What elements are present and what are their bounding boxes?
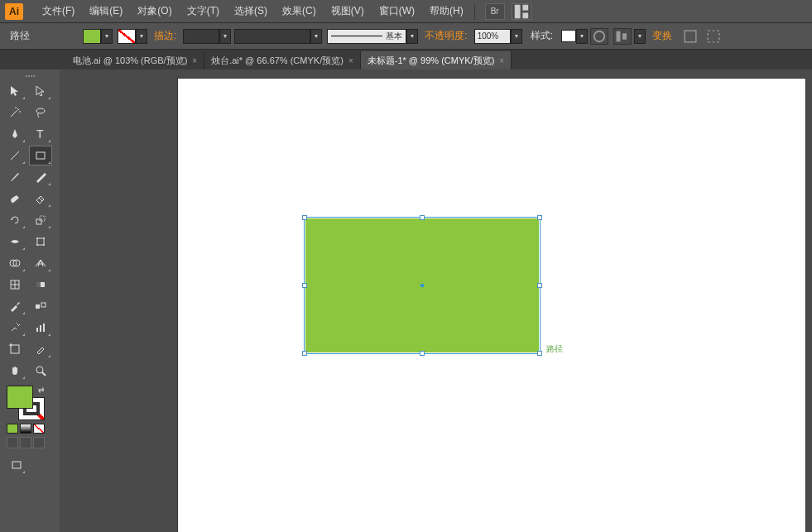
free-transform-tool[interactable] [29, 232, 52, 252]
fill-swatch[interactable] [83, 29, 101, 44]
symbol-sprayer-tool[interactable] [3, 318, 26, 338]
svg-rect-5 [622, 33, 627, 40]
scale-tool[interactable] [29, 210, 52, 230]
menu-edit[interactable]: 编辑(E) [82, 4, 130, 18]
svg-rect-27 [36, 304, 40, 309]
gradient-tool[interactable] [29, 275, 52, 295]
svg-rect-30 [40, 325, 41, 332]
divider [474, 3, 475, 20]
pencil-tool[interactable] [29, 167, 52, 187]
swap-fill-stroke-icon[interactable]: ⇄ [38, 386, 45, 394]
opacity-input[interactable] [474, 29, 511, 44]
color-mode-none[interactable] [33, 424, 45, 434]
blob-brush-tool[interactable] [3, 189, 26, 208]
eraser-tool[interactable] [29, 189, 52, 208]
perspective-grid-tool[interactable] [29, 253, 52, 273]
magic-wand-tool[interactable] [3, 103, 26, 122]
hand-tool[interactable] [3, 361, 26, 381]
resize-handle-ml[interactable] [302, 283, 307, 288]
resize-handle-tl[interactable] [302, 215, 307, 220]
screen-mode-button[interactable] [7, 455, 26, 475]
opacity-label[interactable]: 不透明度: [425, 29, 467, 43]
bridge-button[interactable]: Br [485, 3, 505, 20]
close-icon[interactable]: × [499, 56, 504, 65]
type-tool[interactable]: T [29, 124, 52, 144]
column-graph-tool[interactable] [29, 318, 52, 338]
close-icon[interactable]: × [348, 56, 353, 65]
brush-dropdown[interactable]: ▾ [406, 29, 418, 44]
tools-panel: T [0, 69, 60, 532]
artboard-tool[interactable] [3, 339, 26, 359]
stroke-weight-dropdown[interactable]: ▾ [219, 29, 231, 44]
resize-handle-mr[interactable] [537, 283, 542, 288]
fill-dropdown[interactable]: ▾ [101, 29, 113, 44]
color-mode-gradient[interactable] [20, 424, 31, 434]
arrange-button[interactable] [512, 3, 531, 20]
zoom-tool[interactable] [29, 361, 52, 381]
stroke-style-select[interactable] [234, 29, 310, 44]
stroke-weight-input[interactable] [183, 29, 219, 44]
svg-rect-0 [514, 4, 520, 18]
align-dropdown[interactable]: ▾ [634, 29, 646, 44]
align-button[interactable] [613, 28, 632, 45]
canvas-area[interactable]: 路径 [60, 69, 812, 532]
selection-bounds: 路径 [304, 217, 541, 354]
stroke-style-dropdown[interactable]: ▾ [310, 29, 322, 44]
artboard[interactable]: 路径 [177, 78, 806, 532]
shape-builder-tool[interactable] [3, 253, 26, 273]
rectangle-tool[interactable] [29, 146, 52, 165]
menu-window[interactable]: 窗口(W) [372, 4, 422, 18]
draw-inside[interactable] [33, 437, 45, 448]
eyedropper-tool[interactable] [3, 296, 26, 316]
close-icon[interactable]: × [192, 56, 197, 65]
style-dropdown[interactable]: ▾ [576, 29, 588, 44]
fill-color-box[interactable] [7, 386, 33, 409]
resize-handle-bl[interactable] [302, 351, 307, 356]
resize-handle-tr[interactable] [537, 215, 542, 220]
menu-view[interactable]: 视图(V) [324, 4, 372, 18]
draw-behind[interactable] [20, 437, 31, 448]
center-point[interactable] [420, 284, 424, 287]
resize-handle-bc[interactable] [420, 351, 425, 356]
stroke-label[interactable]: 描边: [154, 29, 176, 43]
edit-button[interactable] [704, 28, 723, 45]
opacity-dropdown[interactable]: ▾ [511, 29, 522, 44]
lasso-tool[interactable] [29, 103, 52, 122]
color-mode-color[interactable] [7, 424, 18, 434]
width-tool[interactable] [3, 232, 26, 252]
svg-point-17 [43, 237, 45, 239]
resize-handle-tc[interactable] [420, 215, 425, 220]
stroke-swatch[interactable] [118, 29, 136, 44]
svg-rect-14 [40, 216, 45, 221]
rotate-tool[interactable] [3, 210, 26, 230]
fill-stroke-indicator[interactable]: ⇄ [7, 386, 45, 420]
document-tab[interactable]: 未标题-1* @ 99% (CMYK/预览) × [361, 51, 512, 69]
selection-tool[interactable] [3, 81, 26, 101]
pen-tool[interactable] [3, 124, 26, 144]
svg-line-12 [39, 198, 42, 201]
menu-type[interactable]: 文字(T) [180, 4, 227, 18]
brush-label: 基本 [386, 31, 402, 42]
graphic-style-swatch[interactable] [561, 30, 576, 42]
recolor-button[interactable] [590, 28, 608, 45]
menu-help[interactable]: 帮助(H) [422, 4, 471, 18]
menu-file[interactable]: 文件(F) [35, 4, 82, 18]
mesh-tool[interactable] [3, 275, 26, 295]
document-tab[interactable]: 电池.ai @ 103% (RGB/预览) × [66, 51, 204, 69]
menu-effect[interactable]: 效果(C) [275, 4, 324, 18]
menu-object[interactable]: 对象(O) [130, 4, 179, 18]
document-tab[interactable]: 烛台.ai* @ 66.67% (CMYK/预览) × [204, 51, 361, 69]
menu-select[interactable]: 选择(S) [227, 4, 275, 18]
slice-tool[interactable] [29, 339, 52, 359]
direct-selection-tool[interactable] [29, 81, 52, 101]
paintbrush-tool[interactable] [3, 167, 26, 187]
panel-grip[interactable] [0, 73, 60, 79]
resize-handle-br[interactable] [537, 351, 542, 356]
line-tool[interactable] [3, 146, 26, 165]
draw-normal[interactable] [7, 437, 18, 448]
stroke-dropdown[interactable]: ▾ [136, 29, 147, 44]
isolate-button[interactable] [681, 28, 699, 45]
blend-tool[interactable] [29, 296, 52, 316]
brush-definition-select[interactable]: 基本 [327, 29, 406, 44]
transform-label[interactable]: 变换 [652, 29, 672, 43]
